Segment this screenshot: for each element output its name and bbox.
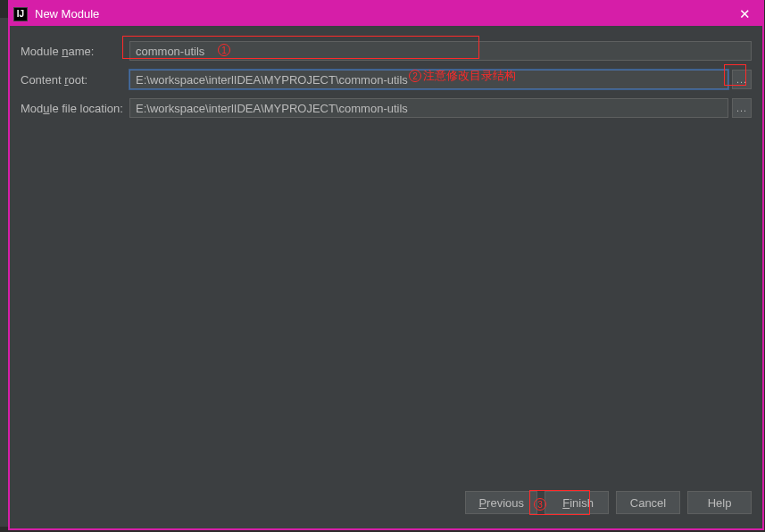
- dialog-footer: Previous Finish Cancel Help: [10, 486, 762, 528]
- editor-background-strip: [0, 18, 8, 527]
- window-title: New Module: [35, 7, 99, 21]
- help-button[interactable]: Help: [687, 491, 752, 514]
- module-file-location-row: Module file location: ...: [21, 97, 752, 119]
- module-name-row: Module name:: [21, 40, 752, 62]
- button-text: revious: [486, 496, 524, 510]
- module-file-location-input[interactable]: [129, 98, 728, 118]
- label-text: oot:: [69, 73, 88, 87]
- module-name-label: Module name:: [21, 45, 129, 58]
- button-mnemonic: P: [478, 496, 486, 510]
- module-file-location-field-wrap: ...: [129, 98, 752, 118]
- content-root-label: Content root:: [21, 73, 129, 87]
- module-name-input[interactable]: [129, 41, 752, 61]
- finish-button[interactable]: Finish: [545, 491, 609, 514]
- titlebar[interactable]: IJ New Module ✕: [10, 2, 762, 26]
- label-text: ame:: [68, 45, 94, 58]
- new-module-dialog: IJ New Module ✕ Module name: Content roo…: [8, 0, 764, 530]
- module-name-field-wrap: [129, 41, 752, 61]
- content-root-input[interactable]: [129, 70, 728, 89]
- label-text: le file location:: [50, 102, 123, 115]
- module-file-location-label: Module file location:: [21, 102, 129, 115]
- content-root-browse-button[interactable]: ...: [732, 70, 752, 89]
- close-icon: ✕: [739, 6, 751, 22]
- intellij-app-icon: IJ: [13, 7, 28, 21]
- previous-button[interactable]: Previous: [465, 491, 537, 514]
- close-button[interactable]: ✕: [727, 2, 762, 26]
- label-text: Content: [21, 73, 64, 87]
- label-mnemonic: u: [43, 102, 49, 115]
- dialog-content: Module name: Content root: ... Module fi…: [10, 26, 762, 486]
- label-text: Mod: [21, 102, 43, 115]
- content-root-row: Content root: ...: [21, 69, 752, 90]
- button-text: inish: [570, 496, 594, 510]
- cancel-button[interactable]: Cancel: [616, 491, 680, 514]
- label-text: Module: [21, 45, 62, 58]
- module-file-location-browse-button[interactable]: ...: [732, 98, 752, 118]
- content-root-field-wrap: ...: [129, 70, 752, 89]
